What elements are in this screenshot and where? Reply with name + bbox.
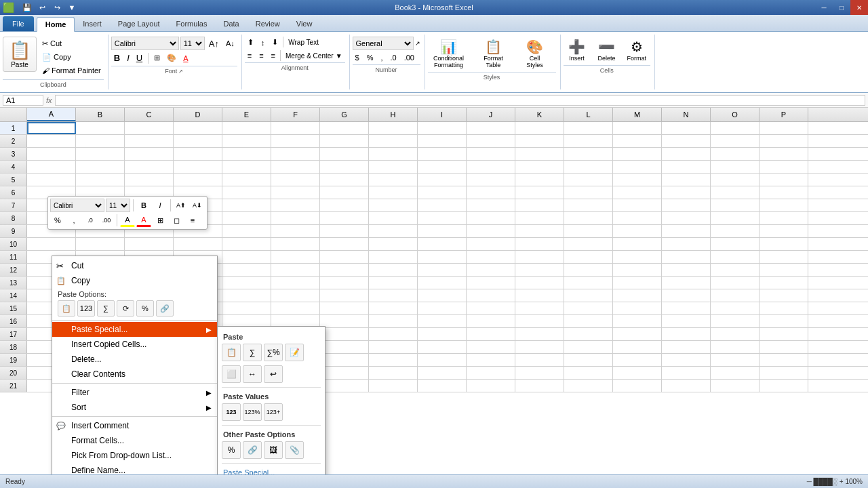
grid-cell[interactable] (662, 302, 711, 314)
grid-cell[interactable] (271, 238, 320, 250)
col-header-h[interactable]: H (369, 108, 418, 121)
grid-cell[interactable] (125, 161, 174, 173)
paste-opt-5[interactable]: % (136, 300, 154, 317)
grid-cell[interactable] (613, 251, 662, 263)
grid-cell[interactable] (369, 380, 418, 392)
grid-cell[interactable] (369, 161, 418, 173)
grid-cell[interactable] (418, 199, 467, 211)
grid-cell[interactable] (515, 148, 564, 160)
paste-submenu-4[interactable]: 📝 (285, 344, 304, 361)
context-cut[interactable]: ✂ Cut (52, 258, 217, 273)
format-cells-button[interactable]: ⚙ Format (623, 37, 651, 64)
grid-cell[interactable] (222, 238, 271, 250)
grid-cell[interactable] (711, 264, 760, 276)
grid-cell[interactable] (76, 148, 125, 160)
borders-button[interactable]: ⊞ (151, 52, 163, 64)
grid-cell[interactable] (760, 148, 808, 160)
grid-cell[interactable] (662, 199, 711, 211)
grid-cell[interactable] (271, 251, 320, 263)
grid-cell[interactable] (662, 277, 711, 289)
grid-cell[interactable] (711, 135, 760, 147)
grid-cell[interactable] (613, 225, 662, 237)
grid-cell[interactable] (320, 289, 369, 302)
grid-cell[interactable] (418, 161, 467, 173)
align-bottom-button[interactable]: ⬇ (269, 37, 281, 48)
paste-opt-4[interactable]: ⟳ (117, 300, 134, 317)
mini-percent-button[interactable]: % (50, 214, 65, 227)
insert-cells-button[interactable]: ➕ Insert (564, 37, 591, 64)
align-middle-button[interactable]: ↕ (258, 37, 268, 48)
grid-cell[interactable] (564, 161, 613, 173)
grid-cell[interactable] (515, 251, 564, 263)
grid-cell[interactable] (320, 277, 369, 289)
grid-cell[interactable] (320, 315, 369, 327)
grid-cell[interactable] (662, 328, 711, 340)
grid-cell[interactable] (467, 251, 515, 263)
grid-cell[interactable] (418, 341, 467, 353)
grid-cell[interactable] (515, 174, 564, 186)
row-header-3[interactable]: 3 (0, 148, 27, 160)
paste-opt-2[interactable]: 123 (77, 300, 95, 317)
row-header-4[interactable]: 4 (0, 161, 27, 173)
grid-cell[interactable] (418, 315, 467, 327)
grid-cell[interactable] (320, 122, 369, 134)
context-delete[interactable]: Delete... (52, 352, 217, 367)
grid-cell[interactable] (418, 277, 467, 289)
grid-cell[interactable] (320, 302, 369, 314)
context-clear-contents[interactable]: Clear Contents (52, 367, 217, 382)
grid-cell[interactable] (711, 148, 760, 160)
grid-cell[interactable] (613, 161, 662, 173)
col-header-o[interactable]: O (711, 108, 760, 121)
grid-cell[interactable] (467, 302, 515, 314)
grid-cell[interactable] (320, 341, 369, 353)
grid-cell[interactable] (564, 186, 613, 199)
grid-cell[interactable] (515, 122, 564, 134)
quick-save-button[interactable]: 💾 (21, 1, 33, 14)
wrap-text-button[interactable]: Wrap Text (285, 37, 321, 48)
grid-cell[interactable] (271, 199, 320, 211)
grid-cell[interactable] (369, 148, 418, 160)
grid-cell[interactable] (613, 277, 662, 289)
row-header-10[interactable]: 10 (0, 238, 27, 250)
grid-cell[interactable] (467, 354, 515, 366)
grid-cell[interactable] (760, 251, 808, 263)
grid-cell[interactable] (760, 135, 808, 147)
grid-cell[interactable] (76, 122, 125, 134)
grid-cell[interactable] (369, 122, 418, 134)
align-left-button[interactable]: ≡ (245, 50, 254, 61)
paste-opt-6[interactable]: 🔗 (156, 300, 174, 317)
grid-cell[interactable] (222, 186, 271, 199)
grid-cell[interactable] (27, 174, 76, 186)
grid-cell[interactable] (467, 174, 515, 186)
grid-cell[interactable] (760, 238, 808, 250)
tab-home[interactable]: Home (37, 17, 75, 32)
font-size-decrease-button[interactable]: A↓ (223, 38, 237, 49)
grid-cell[interactable] (662, 212, 711, 224)
context-insert-comment[interactable]: 💬 Insert Comment (52, 418, 217, 433)
grid-cell[interactable] (515, 354, 564, 366)
grid-cell[interactable] (271, 122, 320, 134)
font-dialog-launcher[interactable]: ↗ (178, 68, 183, 75)
grid-cell[interactable] (760, 289, 808, 302)
grid-cell[interactable] (222, 161, 271, 173)
grid-cell[interactable] (467, 122, 515, 134)
grid-cell[interactable] (369, 251, 418, 263)
paste-val-3[interactable]: 123+ (264, 403, 283, 421)
grid-cell[interactable] (222, 264, 271, 276)
grid-cell[interactable] (369, 341, 418, 353)
decrease-decimal-button[interactable]: .00 (401, 52, 417, 63)
paste-special-link[interactable]: Paste Special... (222, 466, 321, 474)
grid-cell[interactable] (711, 238, 760, 250)
grid-cell[interactable] (467, 186, 515, 199)
grid-cell[interactable] (27, 238, 76, 250)
format-as-table-button[interactable]: 📋 Format Table (473, 37, 515, 70)
grid-cell[interactable] (564, 367, 613, 379)
grid-cell[interactable] (222, 135, 271, 147)
grid-cell[interactable] (613, 341, 662, 353)
grid-cell[interactable] (320, 225, 369, 237)
merge-center-button[interactable]: Merge & Center▼ (283, 51, 345, 61)
row-header-7[interactable]: 7 (0, 199, 27, 211)
col-header-i[interactable]: I (418, 108, 467, 121)
comma-button[interactable]: , (378, 52, 385, 63)
grid-cell[interactable] (467, 199, 515, 211)
